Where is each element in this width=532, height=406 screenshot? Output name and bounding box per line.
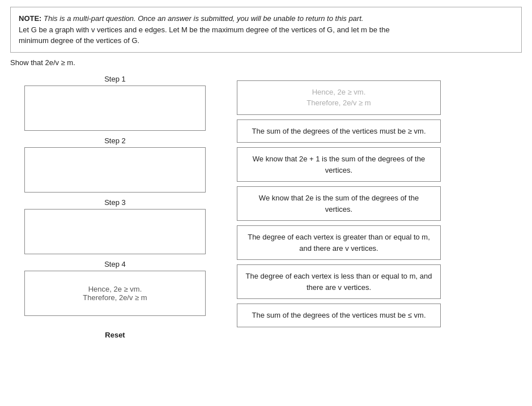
answer-option-3[interactable]: We know that 2e is the sum of the degree… xyxy=(237,186,441,221)
step-2-box[interactable] xyxy=(24,147,206,193)
note-prefix: NOTE: xyxy=(19,14,44,23)
main-area: Step 1 Step 2 Step 3 Step 4 Hence, 2e ≥ … xyxy=(10,75,522,344)
reset-area: Reset xyxy=(105,331,125,339)
note-italic: This is a multi-part question. Once an a… xyxy=(44,14,363,23)
step-2-label: Step 2 xyxy=(104,136,126,145)
answer-text-4: The degree of each vertex is greater tha… xyxy=(248,233,430,253)
show-label: Show that 2e/v ≥ m. xyxy=(10,58,522,67)
answer-text-0: Hence, 2e ≥ vm.Therefore, 2e/v ≥ m xyxy=(307,88,371,108)
step-4-content: Hence, 2e ≥ vm.Therefore, 2e/v ≥ m xyxy=(83,285,147,302)
answer-option-0: Hence, 2e ≥ vm.Therefore, 2e/v ≥ m xyxy=(237,80,441,115)
answer-text-5: The degree of each vertex is less than o… xyxy=(246,272,432,292)
answer-option-5[interactable]: The degree of each vertex is less than o… xyxy=(237,264,441,299)
step-1-box[interactable] xyxy=(24,86,206,131)
step-3-box[interactable] xyxy=(24,209,206,254)
step-4-box: Hence, 2e ≥ vm.Therefore, 2e/v ≥ m xyxy=(24,271,206,316)
note-box: NOTE: This is a multi-part question. Onc… xyxy=(10,7,522,53)
note-line3: minimum degree of the vertices of G. xyxy=(19,36,139,45)
reset-button[interactable]: Reset xyxy=(105,331,125,339)
answers-column: Hence, 2e ≥ vm.Therefore, 2e/v ≥ m The s… xyxy=(237,75,441,344)
answer-option-2[interactable]: We know that 2e + 1 is the sum of the de… xyxy=(237,147,441,182)
answer-text-1: The sum of the degrees of the vertices m… xyxy=(252,127,426,135)
answer-option-6[interactable]: The sum of the degrees of the vertices m… xyxy=(237,304,441,327)
note-line2: Let G be a graph with v vertices and e e… xyxy=(19,25,390,34)
steps-column: Step 1 Step 2 Step 3 Step 4 Hence, 2e ≥ … xyxy=(10,75,220,344)
step-4-label: Step 4 xyxy=(104,260,126,268)
answer-text-2: We know that 2e + 1 is the sum of the de… xyxy=(253,155,425,174)
step-3-label: Step 3 xyxy=(104,198,126,207)
answer-option-4[interactable]: The degree of each vertex is greater tha… xyxy=(237,225,441,260)
step-1-label: Step 1 xyxy=(104,75,126,83)
answer-text-3: We know that 2e is the sum of the degree… xyxy=(259,194,419,213)
answer-option-1[interactable]: The sum of the degrees of the vertices m… xyxy=(237,119,441,143)
answer-text-6: The sum of the degrees of the vertices m… xyxy=(252,311,426,319)
